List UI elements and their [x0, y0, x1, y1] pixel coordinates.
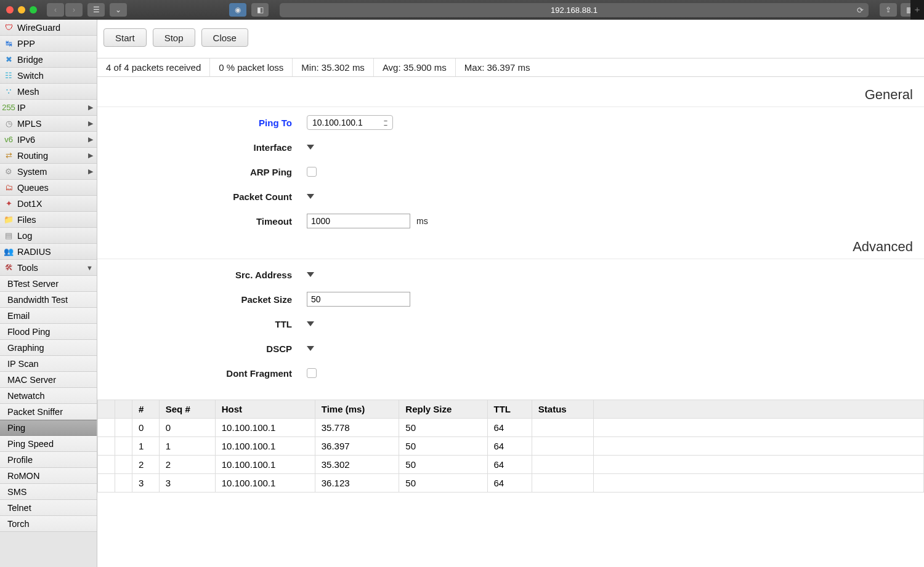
packet-size-input[interactable] [307, 292, 410, 307]
sidebar-item-wireguard[interactable]: 🛡WireGuard [0, 20, 97, 36]
sidebar-item-label: Routing [17, 151, 48, 161]
label-packet-size: Packet Size [97, 294, 307, 305]
sidebar-subitem-romon[interactable]: RoMON [0, 468, 97, 484]
sidebar-subitem-sms[interactable]: SMS [0, 484, 97, 500]
sidebar-item-log[interactable]: ▤Log [0, 228, 97, 244]
close-button[interactable]: Close [201, 28, 248, 47]
col-host[interactable]: Host [215, 400, 315, 419]
cell-host: 10.100.100.1 [215, 437, 315, 456]
sidebar-toggle-button[interactable]: ☰ [87, 3, 105, 17]
sidebar-subitem-packet-sniffer[interactable]: Packet Sniffer [0, 404, 97, 420]
sidebar-subitem-ping[interactable]: Ping [0, 420, 97, 436]
dont-fragment-checkbox[interactable] [307, 368, 317, 378]
tools-icon: 🛠 [4, 263, 14, 273]
sidebar-subitem-torch[interactable]: Torch [0, 516, 97, 532]
table-row[interactable]: 1110.100.100.136.3975064 [98, 437, 924, 456]
share-button[interactable]: ⇪ [880, 3, 897, 17]
sidebar-item-queues[interactable]: 🗂Queues [0, 180, 97, 196]
col-reply[interactable]: Reply Size [399, 400, 487, 419]
start-button[interactable]: Start [103, 28, 147, 47]
sidebar-item-mesh[interactable]: ∵Mesh [0, 84, 97, 100]
reload-icon[interactable]: ⟳ [857, 6, 864, 15]
sidebar-item-label: Files [17, 215, 36, 225]
mesh-icon: ∵ [4, 87, 14, 97]
dscp-expand-toggle[interactable] [307, 346, 314, 351]
cell-ttl: 64 [487, 456, 532, 474]
status-loss: 0 % packet loss [210, 58, 293, 76]
sidebar-item-label: Flood Ping [7, 327, 50, 337]
window-minimize-button[interactable] [18, 6, 25, 14]
ping-to-combobox[interactable]: 10.100.100.1 [307, 115, 393, 130]
privacy-report-button[interactable]: ◉ [229, 3, 246, 17]
sidebar-subitem-telnet[interactable]: Telnet [0, 500, 97, 516]
wireguard-icon: 🛡 [4, 23, 14, 33]
sidebar-item-label: Graphing [7, 343, 44, 353]
src-address-expand-toggle[interactable] [307, 272, 314, 277]
col-status[interactable]: Status [532, 400, 593, 419]
label-dont-fragment: Dont Fragment [97, 368, 307, 379]
sidebar-item-ppp[interactable]: ↹PPP [0, 36, 97, 52]
window-zoom-button[interactable] [30, 6, 37, 14]
cell-host: 10.100.100.1 [215, 419, 315, 437]
cell-host: 10.100.100.1 [215, 474, 315, 493]
cell-spacer [98, 456, 115, 474]
sidebar-item-radius[interactable]: 👥RADIUS [0, 244, 97, 260]
new-tab-button[interactable]: ＋ [910, 0, 924, 20]
sidebar-subitem-graphing[interactable]: Graphing [0, 340, 97, 356]
address-bar-text: 192.168.88.1 [551, 6, 598, 15]
tab-group-dropdown[interactable]: ⌄ [110, 3, 127, 17]
sidebar-subitem-btest-server[interactable]: BTest Server [0, 276, 97, 292]
interface-expand-toggle[interactable] [307, 145, 314, 150]
timeout-input[interactable] [307, 214, 410, 228]
sidebar-subitem-ip-scan[interactable]: IP Scan [0, 356, 97, 372]
sidebar-subitem-netwatch[interactable]: Netwatch [0, 388, 97, 404]
mpls-icon: ◷ [4, 119, 14, 129]
bridge-icon: ✖ [4, 55, 14, 65]
cell-time: 36.123 [315, 474, 399, 493]
sidebar-item-label: SMS [7, 487, 26, 497]
nav-back-button[interactable]: ‹ [47, 3, 64, 17]
sidebar-subitem-ping-speed[interactable]: Ping Speed [0, 436, 97, 452]
sidebar-item-switch[interactable]: ☷Switch [0, 68, 97, 84]
sidebar-item-label: Bridge [17, 55, 43, 65]
sidebar-item-label: IP Scan [7, 359, 39, 369]
table-row[interactable]: 0010.100.100.135.7785064 [98, 419, 924, 437]
col-num[interactable]: # [132, 400, 160, 419]
cell-status [532, 474, 593, 493]
col-time[interactable]: Time (ms) [315, 400, 399, 419]
sidebar-item-bridge[interactable]: ✖Bridge [0, 52, 97, 68]
table-row[interactable]: 2210.100.100.135.3025064 [98, 456, 924, 474]
window-close-button[interactable] [6, 6, 14, 14]
sidebar-subitem-bandwidth-test[interactable]: Bandwidth Test [0, 292, 97, 308]
sidebar-item-routing[interactable]: ⇄Routing▶ [0, 148, 97, 164]
sidebar-item-dot1x[interactable]: ✦Dot1X [0, 196, 97, 212]
address-bar[interactable]: 192.168.88.1 ⟳ [280, 3, 869, 17]
sidebar-item-ip[interactable]: 255IP▶ [0, 100, 97, 116]
arp-ping-checkbox[interactable] [307, 167, 317, 177]
sidebar-item-ipv6[interactable]: v6IPv6▶ [0, 132, 97, 148]
label-ping-to: Ping To [97, 118, 307, 128]
cell-spacer [593, 419, 923, 437]
ttl-expand-toggle[interactable] [307, 321, 314, 326]
nav-forward-button[interactable]: › [65, 3, 83, 17]
sidebar-item-tools[interactable]: 🛠Tools▼ [0, 260, 97, 276]
sidebar-item-files[interactable]: 📁Files [0, 212, 97, 228]
shield-button[interactable]: ◧ [251, 3, 269, 17]
ipv6-icon: v6 [4, 135, 14, 145]
sidebar-item-label: Netwatch [7, 391, 44, 401]
sidebar-subitem-email[interactable]: Email [0, 308, 97, 324]
packet-count-expand-toggle[interactable] [307, 194, 314, 199]
col-seq[interactable]: Seq # [159, 400, 215, 419]
sidebar-subitem-flood-ping[interactable]: Flood Ping [0, 324, 97, 340]
sidebar-item-mpls[interactable]: ◷MPLS▶ [0, 116, 97, 132]
main-panel: Start Stop Close 4 of 4 packets received… [97, 20, 924, 567]
cell-reply: 50 [399, 474, 487, 493]
sidebar-subitem-profile[interactable]: Profile [0, 452, 97, 468]
stop-button[interactable]: Stop [153, 28, 195, 47]
action-button-row: Start Stop Close [97, 28, 924, 47]
sidebar-item-label: IPv6 [17, 135, 35, 145]
sidebar-item-system[interactable]: ⚙System▶ [0, 164, 97, 180]
sidebar-subitem-mac-server[interactable]: MAC Server [0, 372, 97, 388]
table-row[interactable]: 3310.100.100.136.1235064 [98, 474, 924, 493]
col-ttl[interactable]: TTL [487, 400, 532, 419]
